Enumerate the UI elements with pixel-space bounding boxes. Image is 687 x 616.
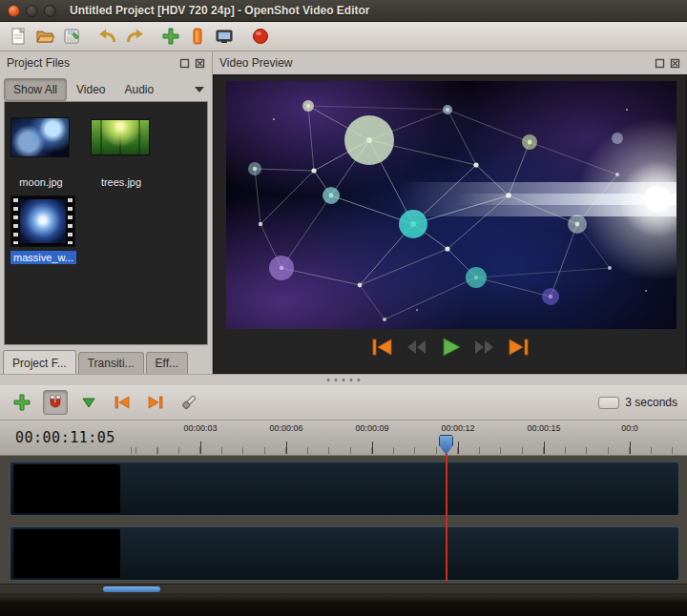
filmstrip-sprockets	[68, 198, 73, 244]
video-preview-header: Video Preview	[213, 51, 687, 74]
next-marker-icon	[146, 393, 165, 412]
window-title: Untitled Project [HDV 720 24p] - OpenSho…	[70, 4, 369, 17]
dock-close-icon[interactable]	[194, 57, 205, 69]
timeline-ruler[interactable]: 00:00:03 00:00:06 00:00:09 00:00:12 00:0…	[124, 421, 687, 455]
play-button[interactable]	[436, 335, 465, 359]
fast-forward-icon	[472, 336, 497, 359]
fullscreen-button[interactable]	[212, 24, 237, 49]
ruler-minor-ticks	[124, 447, 687, 454]
openshot-window: Untitled Project [HDV 720 24p] - OpenSho…	[0, 0, 687, 616]
preview-image	[226, 81, 677, 329]
dock-float-icon[interactable]	[654, 57, 665, 69]
rewind-icon	[404, 336, 428, 359]
minimize-icon[interactable]	[26, 5, 38, 17]
jump-to-end-icon	[507, 336, 531, 359]
track-3[interactable]: Track 3	[10, 526, 679, 581]
transport-controls	[214, 335, 686, 359]
playhead-timecode: 00:00:11:05	[15, 429, 115, 446]
dropdown-arrow-icon[interactable]	[195, 87, 204, 92]
fullscreen-icon	[215, 27, 234, 46]
zoom-control: 3 seconds	[598, 396, 677, 409]
ruler-major-tick	[458, 441, 459, 454]
panel-title: Project Files	[7, 56, 70, 70]
ruler-major-tick	[630, 441, 631, 454]
timeline-toolbar: 3 seconds	[0, 385, 687, 421]
filter-tab-video[interactable]: Video	[67, 78, 114, 101]
ruler-label: 00:00:09	[355, 423, 388, 433]
undo-button[interactable]	[95, 24, 120, 49]
choose-profile-button[interactable]	[185, 24, 210, 49]
timeline: 00:00:11:05 00:00:03 00:00:06 00:00:09 0…	[0, 421, 687, 593]
tab-project-files[interactable]: Project F...	[3, 350, 76, 374]
undo-icon	[98, 27, 117, 46]
save-project-button[interactable]	[59, 24, 84, 49]
snapping-icon	[46, 393, 65, 412]
jump-to-end-button[interactable]	[505, 335, 533, 359]
previous-marker-button[interactable]	[110, 390, 135, 415]
open-project-icon	[35, 27, 54, 46]
add-track-icon	[12, 393, 31, 412]
open-project-button[interactable]	[32, 24, 57, 49]
track-4[interactable]: Track 4	[10, 462, 679, 516]
clip[interactable]	[13, 464, 120, 513]
add-marker-button[interactable]	[76, 390, 101, 415]
maximize-icon[interactable]	[44, 5, 56, 17]
tab-transitions[interactable]: Transiti...	[78, 352, 144, 374]
bottom-strip	[0, 593, 687, 616]
close-icon[interactable]	[8, 5, 20, 17]
export-video-icon	[251, 27, 270, 46]
ruler-major-tick	[372, 441, 373, 454]
main-toolbar	[0, 22, 687, 51]
file-thumbnail	[91, 119, 150, 155]
filter-tab-show-all[interactable]: Show All	[4, 78, 67, 101]
snapping-toggle[interactable]	[43, 390, 68, 415]
scrollbar-thumb[interactable]	[103, 586, 160, 592]
razor-icon	[179, 393, 198, 412]
dock-controls	[178, 57, 205, 69]
import-files-icon	[161, 27, 180, 46]
tab-effects[interactable]: Eff...	[146, 352, 188, 374]
filter-tab-audio[interactable]: Audio	[115, 78, 164, 101]
horizontal-splitter[interactable]	[0, 374, 687, 385]
export-video-button[interactable]	[248, 24, 273, 49]
add-track-button[interactable]	[10, 390, 34, 415]
video-preview-panel: Video Preview	[213, 51, 687, 374]
dock-area: Project Files Show All Video Audio	[0, 51, 687, 374]
file-label: trees.jpg	[85, 176, 157, 188]
razor-button[interactable]	[177, 390, 201, 415]
timeline-scrollbar[interactable]	[0, 584, 687, 593]
filmstrip-frame	[20, 199, 66, 243]
next-marker-button[interactable]	[143, 390, 168, 415]
rewind-button[interactable]	[402, 335, 430, 359]
toolbar-separator	[239, 36, 248, 37]
file-filter-tabs: Show All Video Audio	[4, 78, 208, 101]
file-thumbnail	[10, 195, 75, 247]
play-icon	[438, 336, 463, 359]
ruler-label: 00:00:03	[183, 423, 217, 433]
splitter-handle-icon	[324, 378, 363, 382]
preview-area	[213, 74, 687, 374]
project-files-header: Project Files	[0, 51, 212, 74]
clip[interactable]	[13, 529, 120, 578]
ruler-major-tick	[286, 441, 287, 454]
titlebar: Untitled Project [HDV 720 24p] - OpenSho…	[0, 0, 687, 22]
jump-to-start-button[interactable]	[367, 335, 396, 359]
zoom-slider[interactable]	[598, 397, 619, 409]
add-marker-icon	[79, 393, 98, 412]
file-label: massive_w...	[10, 251, 76, 264]
left-dock-tabs: Project F... Transiti... Eff...	[0, 345, 212, 374]
new-project-button[interactable]	[6, 24, 31, 49]
timeline-ruler-band: 00:00:11:05 00:00:03 00:00:06 00:00:09 0…	[0, 421, 687, 456]
dock-float-icon[interactable]	[178, 57, 190, 69]
ruler-major-tick	[544, 441, 545, 454]
fast-forward-button[interactable]	[470, 335, 499, 359]
redo-button[interactable]	[122, 24, 147, 49]
import-files-button[interactable]	[158, 24, 183, 49]
toolbar-separator	[149, 36, 158, 37]
file-item-trees[interactable]: trees.jpg	[81, 102, 157, 194]
previous-marker-icon	[113, 393, 132, 412]
ruler-major-tick	[200, 441, 201, 454]
dock-close-icon[interactable]	[669, 57, 680, 69]
file-item-massive[interactable]: massive_w...	[5, 102, 91, 274]
ruler-label: 00:0	[621, 423, 638, 433]
